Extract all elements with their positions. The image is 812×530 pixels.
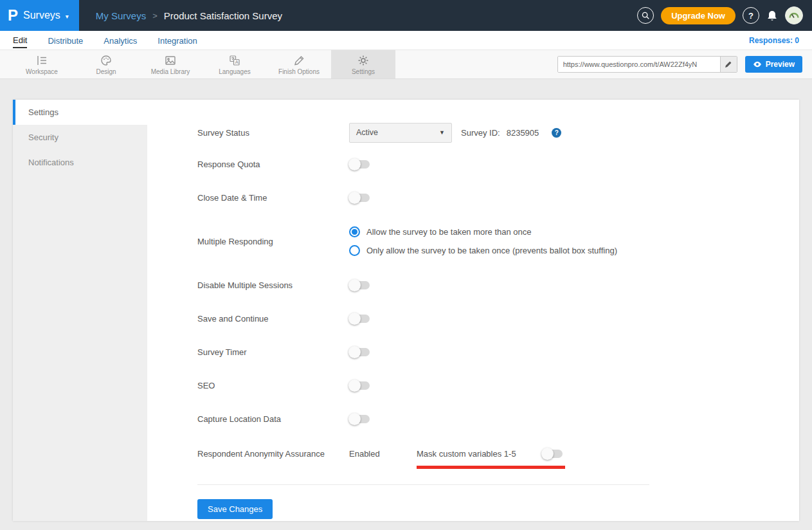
row-response-quota: Response Quota bbox=[197, 147, 799, 181]
app-switcher-menu[interactable]: P Surveys ▾ bbox=[0, 0, 79, 31]
tab-edit[interactable]: Edit bbox=[13, 32, 27, 48]
capture-location-data-label: Capture Location Data bbox=[197, 414, 349, 424]
survey-id-label: Survey ID: bbox=[461, 128, 500, 138]
save-and-continue-toggle[interactable] bbox=[349, 315, 370, 323]
breadcrumb: My Surveys > Product Satisfaction Survey bbox=[96, 10, 282, 21]
survey-timer-toggle[interactable] bbox=[349, 348, 370, 356]
help-icon: ? bbox=[748, 11, 753, 21]
tab-analytics[interactable]: Analytics bbox=[104, 33, 137, 48]
search-icon bbox=[641, 11, 650, 20]
survey-status-label: Survey Status bbox=[197, 128, 349, 138]
toolbar-item-languages[interactable]: A Languages bbox=[203, 50, 267, 78]
breadcrumb-current-survey: Product Satisfaction Survey bbox=[164, 10, 282, 21]
topbar-actions: Upgrade Now ? bbox=[637, 6, 812, 24]
response-quota-toggle[interactable] bbox=[349, 160, 370, 169]
toggle-knob bbox=[348, 346, 361, 358]
preview-button-label: Preview bbox=[766, 60, 795, 69]
survey-url-box bbox=[557, 56, 737, 73]
media-library-icon bbox=[164, 54, 177, 67]
sidebar-item-security[interactable]: Security bbox=[13, 125, 147, 150]
upgrade-now-button[interactable]: Upgrade Now bbox=[661, 7, 735, 24]
languages-icon: A bbox=[228, 54, 241, 67]
toolbar-item-workspace[interactable]: Workspace bbox=[10, 50, 74, 78]
sidebar-item-settings[interactable]: Settings bbox=[13, 100, 147, 125]
row-seo: SEO bbox=[197, 369, 799, 402]
respondent-anonymity-label: Respondent Anonymity Assurance bbox=[197, 449, 349, 459]
toolbar-item-finish-options[interactable]: Finish Options bbox=[267, 50, 331, 78]
close-date-time-toggle[interactable] bbox=[349, 194, 370, 202]
save-changes-button[interactable]: Save Changes bbox=[197, 499, 273, 519]
settings-card: Settings Security Notifications Survey S… bbox=[13, 100, 799, 521]
design-icon bbox=[100, 54, 113, 67]
row-capture-location-data: Capture Location Data bbox=[197, 402, 799, 435]
mask-custom-variables-toggle[interactable] bbox=[542, 450, 563, 458]
row-survey-timer: Survey Timer bbox=[197, 335, 799, 369]
multiple-responding-options: Allow the survey to be taken more than o… bbox=[349, 226, 617, 256]
tab-distribute[interactable]: Distribute bbox=[48, 33, 83, 48]
avatar[interactable] bbox=[785, 6, 803, 24]
toolbar-item-settings[interactable]: Settings bbox=[331, 50, 395, 78]
toolbar-item-label: Languages bbox=[219, 68, 251, 75]
anonymity-status: Enabled bbox=[349, 449, 417, 459]
toggle-knob bbox=[348, 158, 361, 170]
settings-icon bbox=[357, 54, 370, 67]
multiple-responding-label: Multiple Responding bbox=[197, 237, 349, 246]
seo-toggle[interactable] bbox=[349, 381, 370, 390]
toolbar-item-label: Workspace bbox=[26, 68, 58, 75]
mask-custom-variables-group: Mask custom variables 1-5 bbox=[417, 449, 563, 459]
app-menu-label: Surveys bbox=[23, 10, 60, 21]
main-area: Settings Security Notifications Survey S… bbox=[0, 79, 812, 521]
row-survey-status: Survey Status Active ▼ Survey ID: 823590… bbox=[197, 118, 799, 147]
notifications-button[interactable] bbox=[766, 10, 778, 22]
bell-icon bbox=[766, 10, 778, 22]
toggle-knob bbox=[348, 192, 361, 204]
radio-option-once: Only allow the survey to be taken once (… bbox=[349, 245, 617, 256]
breadcrumb-my-surveys[interactable]: My Surveys bbox=[96, 10, 146, 21]
avatar-gauge-image bbox=[786, 7, 802, 24]
sidebar-item-notifications[interactable]: Notifications bbox=[13, 150, 147, 175]
row-multiple-responding: Multiple Responding Allow the survey to … bbox=[197, 214, 799, 268]
settings-sidebar: Settings Security Notifications bbox=[13, 100, 147, 521]
survey-id-value: 8235905 bbox=[507, 128, 539, 138]
close-date-time-label: Close Date & Time bbox=[197, 193, 349, 203]
finish-options-icon bbox=[293, 54, 305, 67]
settings-form: Survey Status Active ▼ Survey ID: 823590… bbox=[147, 100, 799, 521]
row-close-date-time: Close Date & Time bbox=[197, 181, 799, 214]
survey-timer-label: Survey Timer bbox=[197, 347, 349, 357]
seo-label: SEO bbox=[197, 381, 349, 390]
edit-toolbar: Workspace Design Media Library A Languag… bbox=[0, 50, 812, 79]
edit-url-button[interactable] bbox=[720, 57, 737, 72]
search-button[interactable] bbox=[637, 7, 654, 24]
toolbar-right: Preview bbox=[557, 50, 812, 78]
app-root: P Surveys ▾ My Surveys > Product Satisfa… bbox=[0, 0, 812, 521]
radio-allow-multiple[interactable] bbox=[349, 226, 360, 237]
radio-option-multiple: Allow the survey to be taken more than o… bbox=[349, 226, 617, 237]
toolbar-item-label: Design bbox=[96, 68, 116, 75]
row-disable-multiple-sessions: Disable Multiple Sessions bbox=[197, 268, 799, 302]
help-button[interactable]: ? bbox=[743, 7, 759, 24]
form-divider bbox=[197, 484, 649, 485]
survey-status-value: Active bbox=[356, 128, 378, 137]
toolbar-item-media-library[interactable]: Media Library bbox=[138, 50, 203, 78]
disable-multiple-sessions-label: Disable Multiple Sessions bbox=[197, 280, 349, 290]
responses-count[interactable]: Responses: 0 bbox=[749, 36, 799, 45]
topbar: P Surveys ▾ My Surveys > Product Satisfa… bbox=[0, 0, 812, 31]
toolbar-item-label: Settings bbox=[352, 68, 375, 75]
row-save-and-continue: Save and Continue bbox=[197, 302, 799, 335]
survey-id-help-icon[interactable]: ? bbox=[552, 128, 561, 138]
response-quota-label: Response Quota bbox=[197, 160, 349, 169]
survey-status-dropdown[interactable]: Active ▼ bbox=[349, 123, 452, 143]
capture-location-data-toggle[interactable] bbox=[349, 415, 370, 423]
chevron-down-icon: ▼ bbox=[439, 129, 445, 136]
chevron-down-icon: ▾ bbox=[66, 13, 69, 20]
preview-button[interactable]: Preview bbox=[745, 56, 802, 73]
toggle-knob bbox=[348, 379, 361, 392]
tab-integration[interactable]: Integration bbox=[158, 33, 197, 48]
breadcrumb-separator: > bbox=[152, 11, 158, 21]
survey-url-input[interactable] bbox=[558, 57, 720, 72]
disable-multiple-sessions-toggle[interactable] bbox=[349, 281, 370, 289]
questionpro-logo: P bbox=[8, 8, 18, 23]
survey-tabs: Edit Distribute Analytics Integration Re… bbox=[0, 31, 812, 50]
radio-allow-once[interactable] bbox=[349, 245, 360, 256]
toolbar-item-design[interactable]: Design bbox=[74, 50, 138, 78]
